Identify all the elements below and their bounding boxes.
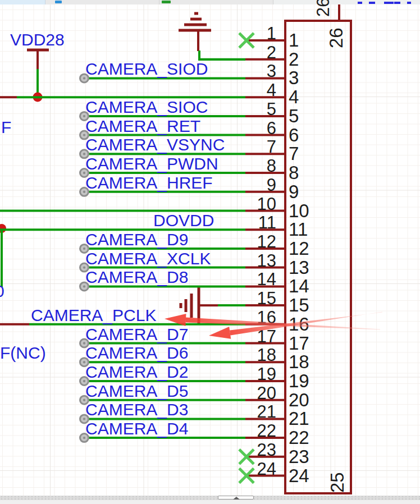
ground-symbol-top[interactable] (179, 13, 211, 51)
window-bottom-strip (0, 500, 420, 504)
pin-number-outside: 3 (267, 61, 276, 81)
pin-name-inside: 13 (289, 257, 309, 278)
net-label-vdd28[interactable]: VDD28 (10, 30, 65, 49)
pin-number-outside: 8 (267, 156, 276, 176)
pin-number-outside: 6 (267, 118, 276, 138)
pin-name-inside: 8 (289, 162, 299, 183)
pin-name-inside: 24 (289, 465, 309, 486)
net-label[interactable]: CAMERA_D5 (85, 382, 188, 400)
pin-25-name-inside: 25 (327, 472, 348, 493)
schematic-canvas[interactable]: VDD28 F F(NC) 0 26 26 25 112233CAMERA_SI… (0, 0, 420, 504)
pin-number-outside: 22 (257, 421, 276, 441)
pin-name-inside: 5 (289, 106, 299, 126)
pin-number-outside: 20 (257, 383, 276, 403)
pin-name-inside: 9 (289, 181, 299, 202)
pin-name-inside: 1 (289, 30, 299, 51)
net-label[interactable]: CAMERA_D7 (85, 325, 188, 343)
pin-number-outside: 21 (257, 402, 276, 421)
pin-row-2[interactable]: 22 (199, 43, 299, 70)
pin-name-inside: 2 (289, 49, 299, 70)
net-label-cut-lower[interactable]: F(NC) (0, 343, 46, 362)
net-label[interactable]: CAMERA_SIOC (85, 98, 208, 116)
pin-number-outside: 4 (267, 80, 276, 100)
net-label[interactable]: CAMERA_D9 (85, 230, 188, 249)
net-label[interactable]: CAMERA_HREF (85, 173, 213, 192)
net-label[interactable]: CAMERA_D4 (85, 419, 188, 438)
net-label[interactable]: CAMERA_D3 (85, 400, 188, 419)
scrollbar-thumb[interactable] (218, 496, 254, 500)
net-label[interactable]: DOVDD (153, 211, 214, 230)
pin-name-inside: 17 (289, 333, 309, 354)
net-label[interactable]: CAMERA_SIOD (85, 59, 208, 78)
pin-name-inside: 14 (289, 276, 309, 296)
pin-number-outside: 12 (257, 232, 276, 251)
pin-number-outside: 18 (257, 345, 276, 365)
net-label[interactable]: CAMERA_D8 (85, 268, 188, 286)
scrollbar-grip-icon (233, 497, 240, 500)
pin-name-inside: 23 (289, 446, 309, 467)
pin-rows[interactable]: 112233CAMERA_SIOD4455CAMERA_SIOC66CAMERA… (0, 24, 309, 486)
pin-number-outside: 2 (267, 43, 276, 62)
pin-name-inside: 21 (289, 408, 309, 429)
pin-number-outside: 13 (257, 251, 276, 271)
net-label-cut-upper[interactable]: F (1, 118, 11, 136)
pin-number-outside: 11 (258, 213, 276, 232)
pin-number-outside: 5 (267, 99, 276, 119)
pin-name-inside: 11 (289, 219, 308, 240)
pin-name-inside: 18 (289, 351, 309, 372)
pin-number-outside: 9 (267, 175, 276, 195)
net-label[interactable]: CAMERA_VSYNC (85, 135, 225, 154)
net-label[interactable]: CAMERA_D6 (85, 343, 188, 362)
pin-26-number-outside: 26 (313, 0, 333, 17)
pin-26-name-inside: 26 (326, 28, 346, 48)
pin-number-outside: 19 (257, 364, 276, 384)
pin-name-inside: 12 (289, 238, 309, 259)
pin-number-outside: 1 (267, 24, 276, 43)
vdd28-power-symbol[interactable]: VDD28 (10, 30, 65, 102)
pin-name-inside: 3 (289, 67, 299, 88)
pin-name-inside: 19 (289, 370, 309, 391)
horizontal-scrollbar[interactable] (0, 496, 420, 500)
pin-name-inside: 7 (289, 143, 299, 164)
pin-name-inside: 15 (289, 295, 309, 315)
net-label[interactable]: CAMERA_XCLK (85, 249, 211, 268)
pin-name-inside: 10 (289, 200, 309, 221)
pin-name-inside: 4 (289, 86, 299, 107)
net-label[interactable]: CAMERA_PWDN (85, 154, 218, 173)
pin-number-outside: 14 (257, 269, 276, 289)
pin-name-inside: 6 (289, 125, 299, 145)
pin-number-outside: 24 (257, 459, 276, 479)
pin-number-outside: 23 (257, 440, 276, 460)
net-label[interactable]: CAMERA_PCLK (31, 306, 156, 324)
net-label[interactable]: CAMERA_D2 (85, 363, 188, 381)
wire-gnd-to-pin2[interactable] (199, 51, 245, 59)
pin-number-outside: 15 (257, 288, 276, 308)
net-label[interactable]: CAMERA_RET (85, 117, 200, 135)
pin-name-inside: 20 (289, 390, 309, 410)
pin-name-inside: 22 (289, 427, 309, 448)
pin-number-outside: 10 (257, 194, 276, 214)
net-label-cut-fragment: 0 (0, 282, 4, 300)
pin-number-outside: 7 (267, 137, 276, 157)
